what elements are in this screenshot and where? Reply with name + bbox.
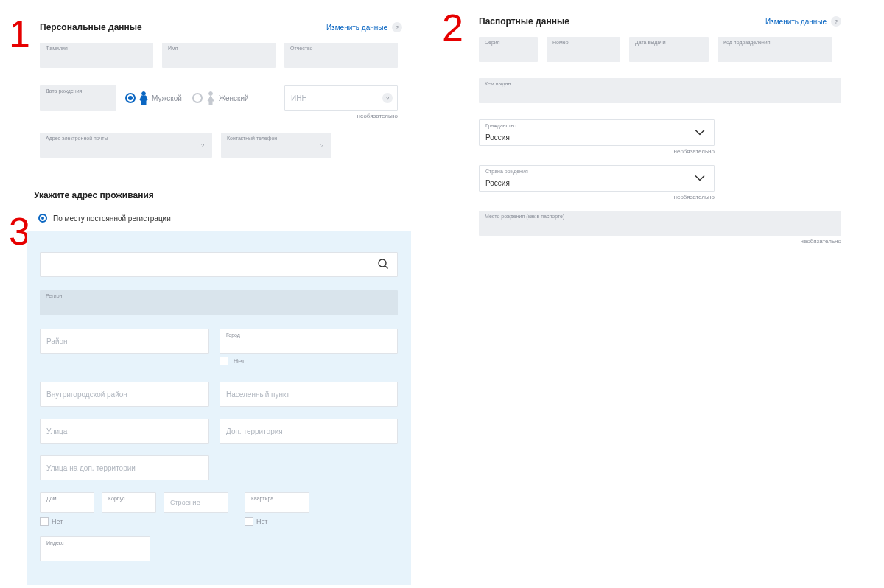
number-label: Номер [552, 40, 569, 45]
svg-point-1 [208, 92, 212, 96]
passport-code-field[interactable]: Код подразделения [718, 37, 832, 62]
address-panel: Регион Район Город Нет Внутригородской р… [27, 231, 411, 585]
district-placeholder: Район [46, 337, 68, 346]
street-add-placeholder: Улица на доп. территории [46, 464, 136, 472]
step-number-2: 2 [442, 9, 463, 47]
district-field[interactable]: Район [40, 329, 209, 354]
city-label: Город [226, 332, 240, 337]
birth-place-field[interactable]: Место рождения (как в паспорте) [479, 211, 841, 236]
city-no-label: Нет [234, 357, 245, 365]
house-field[interactable]: Дом [40, 492, 94, 513]
index-label: Индекс [46, 540, 64, 545]
birth-country-value: Россия [485, 179, 510, 187]
surname-field[interactable]: Фамилия [40, 43, 153, 68]
birth-country-label: Страна рождения [485, 169, 528, 174]
house-no-label: Нет [52, 518, 63, 525]
name-label: Имя [168, 46, 178, 51]
flat-field[interactable]: Квартира [245, 492, 309, 513]
house-label: Дом [46, 496, 57, 501]
help-icon[interactable]: ? [392, 22, 402, 32]
patronymic-label: Отчество [290, 46, 312, 51]
email-field[interactable]: Адрес электронной почты ? [40, 133, 212, 158]
personal-title: Персональные данные [40, 22, 142, 32]
personal-change-link[interactable]: Изменить данные [326, 24, 387, 32]
section-personal: Персональные данные Изменить данные ? Фа… [40, 22, 402, 158]
birth-place-optional: необязательно [479, 238, 841, 245]
series-label: Серия [485, 40, 500, 45]
male-icon [138, 91, 149, 105]
birthdate-field[interactable]: Дата рождения [40, 85, 116, 111]
code-label: Код подразделения [723, 40, 771, 45]
address-title: Укажите адрес проживания [34, 190, 410, 200]
email-help-icon[interactable]: ? [197, 140, 208, 150]
add-territory-field[interactable]: Доп. территория [220, 419, 398, 444]
male-radio[interactable] [125, 93, 136, 103]
male-label: Мужской [152, 94, 182, 102]
inn-field[interactable]: ИНН ? [284, 85, 398, 111]
female-label: Женский [219, 94, 249, 102]
city-no-checkbox[interactable] [220, 357, 228, 365]
phone-label: Контактный телефон [227, 136, 277, 141]
passport-number-field[interactable]: Номер [547, 37, 620, 62]
date-label: Дата выдачи [635, 40, 666, 45]
female-radio[interactable] [192, 93, 203, 103]
search-icon [378, 259, 388, 270]
locality-field[interactable]: Населенный пункт [220, 382, 398, 407]
add-territory-placeholder: Доп. территория [226, 427, 283, 435]
section-passport: Паспортные данные Изменить данные ? Сери… [479, 16, 841, 245]
region-label: Регион [46, 293, 62, 298]
urban-district-field[interactable]: Внутригородской район [40, 382, 209, 407]
inn-help-icon[interactable]: ? [382, 93, 393, 103]
address-search-field[interactable] [40, 252, 398, 277]
email-label: Адрес электронной почты [46, 136, 108, 141]
phone-field[interactable]: Контактный телефон ? [221, 133, 332, 158]
section-address: Укажите адрес проживания По месту постоя… [34, 190, 410, 223]
passport-change-link[interactable]: Изменить данные [765, 18, 827, 26]
svg-point-0 [142, 92, 146, 96]
building-field[interactable]: Строение [164, 492, 228, 513]
registration-radio[interactable] [38, 214, 47, 223]
citizenship-label: Гражданство [485, 123, 516, 128]
passport-date-field[interactable]: Дата выдачи [629, 37, 709, 62]
citizenship-optional: необязательно [479, 148, 715, 155]
patronymic-field[interactable]: Отчество [284, 43, 398, 68]
street-field[interactable]: Улица [40, 419, 209, 444]
region-field[interactable]: Регион [40, 290, 398, 315]
inn-optional: необязательно [284, 113, 398, 119]
korpus-label: Корпус [108, 496, 125, 501]
inn-placeholder: ИНН [291, 94, 307, 102]
citizenship-select[interactable]: Гражданство Россия [479, 119, 715, 146]
passport-series-field[interactable]: Серия [479, 37, 538, 62]
birth-place-label: Место рождения (как в паспорте) [485, 214, 564, 219]
flat-no-checkbox[interactable] [245, 517, 253, 526]
help-icon[interactable]: ? [831, 16, 841, 27]
svg-point-2 [379, 259, 386, 267]
passport-title: Паспортные данные [479, 16, 569, 27]
building-placeholder: Строение [170, 499, 200, 506]
citizenship-value: Россия [485, 133, 510, 141]
korpus-field[interactable]: Корпус [102, 492, 156, 513]
flat-label: Квартира [251, 496, 273, 501]
street-add-field[interactable]: Улица на доп. территории [40, 455, 209, 480]
locality-placeholder: Населенный пункт [226, 391, 290, 399]
birth-country-optional: необязательно [479, 194, 715, 200]
svg-line-3 [385, 266, 388, 269]
step-number-1: 1 [9, 15, 30, 53]
phone-help-icon[interactable]: ? [317, 140, 327, 150]
passport-issued-field[interactable]: Кем выдан [479, 78, 841, 103]
surname-label: Фамилия [46, 46, 68, 51]
urban-district-placeholder: Внутригородской район [46, 391, 127, 399]
issued-label: Кем выдан [485, 81, 511, 86]
chevron-down-icon [695, 129, 705, 137]
house-no-checkbox[interactable] [40, 517, 49, 526]
female-icon [206, 91, 216, 105]
street-placeholder: Улица [46, 427, 67, 435]
name-field[interactable]: Имя [162, 43, 276, 68]
registration-radio-label: По месту постоянной регистрации [53, 214, 171, 223]
birthdate-label: Дата рождения [46, 88, 82, 94]
chevron-down-icon [695, 175, 705, 183]
city-field[interactable]: Город [220, 329, 398, 354]
index-field[interactable]: Индекс [40, 536, 150, 561]
flat-no-label: Нет [256, 518, 267, 525]
birth-country-select[interactable]: Страна рождения Россия [479, 165, 715, 192]
